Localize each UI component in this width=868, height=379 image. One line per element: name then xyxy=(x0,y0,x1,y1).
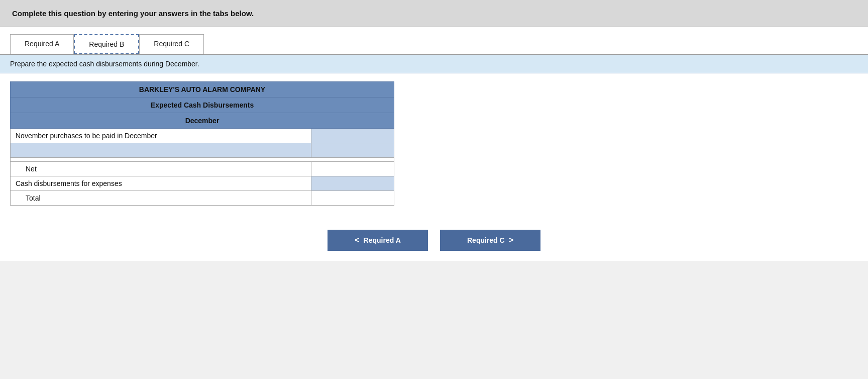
table-row: Total xyxy=(11,191,394,206)
row2-value-cell xyxy=(311,143,394,158)
row1-label: November purchases to be paid in Decembe… xyxy=(11,129,311,143)
spacer-row xyxy=(11,158,394,162)
table-wrapper: BARKLEY'S AUTO ALARM COMPANY Expected Ca… xyxy=(0,73,868,216)
tab-required-c[interactable]: Required C xyxy=(139,34,204,54)
table-row: Cash disbursements for expenses xyxy=(11,176,394,191)
row3-label: Net xyxy=(11,162,311,176)
banner-instruction: Complete this question by entering your … xyxy=(12,9,254,18)
row5-input[interactable] xyxy=(311,191,394,205)
row3-value-cell xyxy=(311,162,394,176)
row3-input[interactable] xyxy=(311,162,394,176)
table-row xyxy=(11,143,394,158)
table-company-name: BARKLEY'S AUTO ALARM COMPANY xyxy=(11,82,394,98)
tab-required-b[interactable]: Required B xyxy=(74,34,139,54)
bottom-nav: < Required A Required C > xyxy=(0,216,868,261)
next-chevron-icon: > xyxy=(509,236,513,245)
row4-label: Cash disbursements for expenses xyxy=(11,176,311,191)
row1-input[interactable] xyxy=(311,129,394,143)
prev-chevron-icon: < xyxy=(355,236,359,245)
prev-button-label: Required A xyxy=(364,236,401,244)
top-banner: Complete this question by entering your … xyxy=(0,0,868,27)
tab-required-a[interactable]: Required A xyxy=(10,34,74,54)
table-row: Net xyxy=(11,162,394,176)
instruction-bar: Prepare the expected cash disbursements … xyxy=(0,55,868,73)
row4-input[interactable] xyxy=(311,176,394,191)
table-subtitle: December xyxy=(11,113,394,129)
tabs-container: Required A Required B Required C xyxy=(0,27,868,54)
cash-table: BARKLEY'S AUTO ALARM COMPANY Expected Ca… xyxy=(10,81,394,206)
row1-value-cell xyxy=(311,129,394,143)
next-button-label: Required C xyxy=(467,236,505,244)
row5-label: Total xyxy=(11,191,311,206)
table-title: Expected Cash Disbursements xyxy=(11,98,394,113)
row2-label-cell xyxy=(11,143,311,158)
prev-button[interactable]: < Required A xyxy=(328,230,428,251)
row2-input[interactable] xyxy=(311,143,394,157)
row4-value-cell xyxy=(311,176,394,191)
next-button[interactable]: Required C > xyxy=(440,230,540,251)
table-row: November purchases to be paid in Decembe… xyxy=(11,129,394,143)
row5-value-cell xyxy=(311,191,394,206)
main-content: Required A Required B Required C Prepare… xyxy=(0,27,868,261)
row2-label-input[interactable] xyxy=(11,143,311,157)
